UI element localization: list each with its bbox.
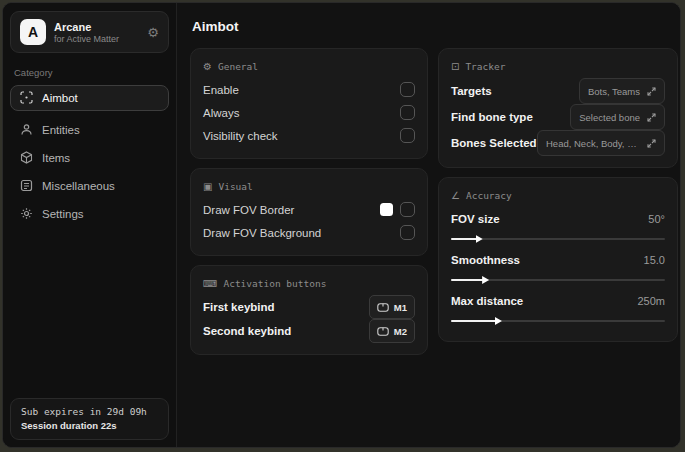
smoothness-slider-group: Smoothness 15.0 — [451, 248, 665, 281]
setting-label: First keybind — [203, 301, 275, 313]
sidebar-nav: Aimbot Entities Items — [10, 85, 169, 227]
radar-icon: ⊡ — [451, 62, 459, 72]
activation-section-header: ⌨ Activation buttons — [203, 278, 415, 289]
session-duration-text: Session duration 22s — [21, 420, 158, 431]
max-distance-slider[interactable] — [451, 320, 665, 322]
sub-expires-text: Sub expires in 29d 09h — [21, 406, 158, 417]
keybind-value: M1 — [394, 302, 407, 313]
activation-card: ⌨ Activation buttons First keybind M1 — [190, 265, 428, 355]
sidebar-item-aimbot[interactable]: Aimbot — [10, 85, 169, 111]
always-checkbox[interactable] — [400, 105, 415, 120]
slider-value: 250m — [637, 295, 665, 307]
setting-row-visibility-check: Visibility check — [203, 124, 415, 147]
slider-thumb[interactable] — [482, 276, 489, 284]
setting-label: Targets — [451, 85, 492, 97]
slider-thumb[interactable] — [495, 317, 502, 325]
section-title: Activation buttons — [223, 278, 326, 289]
draw-fov-border-checkbox[interactable] — [400, 202, 415, 217]
setting-label: Find bone type — [451, 111, 533, 123]
setting-label: Draw FOV Background — [203, 227, 321, 239]
section-title: Visual — [218, 181, 252, 192]
slider-value: 50° — [648, 213, 665, 225]
draw-fov-background-checkbox[interactable] — [400, 225, 415, 240]
expand-icon — [647, 108, 656, 126]
sidebar-item-miscellaneous[interactable]: Miscellaneous — [10, 173, 169, 199]
subscription-card: Sub expires in 29d 09h Session duration … — [10, 398, 169, 440]
app-name: Arcane — [54, 21, 119, 33]
gear-icon[interactable]: ⚙ — [147, 26, 159, 39]
smoothness-slider[interactable] — [451, 279, 665, 281]
page-title: Aimbot — [192, 19, 678, 34]
bones-selected-dropdown[interactable]: Head, Neck, Body, Pe.. — [537, 130, 665, 156]
app-subtitle: for Active Matter — [54, 34, 119, 44]
brand-text: Arcane for Active Matter — [54, 21, 119, 44]
angle-icon: ∠ — [451, 191, 460, 201]
sidebar-item-settings[interactable]: Settings — [10, 201, 169, 227]
setting-row-first-keybind: First keybind M1 — [203, 295, 415, 319]
gear-icon: ⚙ — [203, 62, 212, 72]
sidebar-item-label: Entities — [42, 124, 80, 136]
second-keybind-button[interactable]: M2 — [369, 319, 415, 343]
color-swatch[interactable] — [380, 203, 393, 216]
keyboard-icon: ⌨ — [203, 279, 217, 289]
sidebar-item-entities[interactable]: Entities — [10, 117, 169, 143]
mouse-icon — [377, 322, 389, 340]
main-content: Aimbot ⚙ General Enable Always — [177, 3, 681, 447]
brand-card: A Arcane for Active Matter ⚙ — [10, 11, 169, 53]
visual-section-header: ▣ Visual — [203, 181, 415, 192]
dropdown-value: Head, Neck, Body, Pe.. — [546, 138, 640, 149]
setting-row-draw-fov-background: Draw FOV Background — [203, 221, 415, 244]
max-distance-slider-group: Max distance 250m — [451, 289, 665, 322]
sidebar-item-label: Miscellaneous — [42, 180, 115, 192]
general-card: ⚙ General Enable Always Visibility check — [190, 48, 428, 159]
section-title: Tracker — [465, 61, 505, 72]
enable-checkbox[interactable] — [400, 82, 415, 97]
visibility-check-checkbox[interactable] — [400, 128, 415, 143]
setting-row-always: Always — [203, 101, 415, 124]
setting-row-targets: Targets Bots, Teams — [451, 78, 665, 104]
tracker-section-header: ⊡ Tracker — [451, 61, 665, 72]
sidebar-item-label: Items — [42, 152, 70, 164]
fov-size-slider[interactable] — [451, 238, 665, 240]
dropdown-value: Bots, Teams — [588, 86, 640, 97]
tracker-card: ⊡ Tracker Targets Bots, Teams — [438, 48, 678, 168]
targets-dropdown[interactable]: Bots, Teams — [579, 78, 665, 104]
visual-card: ▣ Visual Draw FOV Border Draw FOV Backgr… — [190, 168, 428, 256]
person-icon — [20, 123, 33, 138]
general-section-header: ⚙ General — [203, 61, 415, 72]
setting-row-second-keybind: Second keybind M2 — [203, 319, 415, 343]
fov-size-slider-group: FOV size 50° — [451, 207, 665, 240]
cube-icon — [20, 151, 33, 166]
slider-value: 15.0 — [644, 254, 665, 266]
accuracy-card: ∠ Accuracy FOV size 50° — [438, 177, 678, 342]
setting-row-find-bone-type: Find bone type Selected bone — [451, 104, 665, 130]
setting-label: Draw FOV Border — [203, 204, 294, 216]
list-icon — [20, 179, 33, 194]
dropdown-value: Selected bone — [579, 112, 640, 123]
crosshair-scan-icon — [20, 91, 33, 106]
setting-label: Bones Selected — [451, 137, 537, 149]
find-bone-type-dropdown[interactable]: Selected bone — [570, 104, 665, 130]
expand-icon — [647, 134, 656, 152]
sidebar-item-label: Aimbot — [42, 92, 78, 104]
slider-label: Smoothness — [451, 254, 520, 266]
setting-row-bones-selected: Bones Selected Head, Neck, Body, Pe.. — [451, 130, 665, 156]
setting-row-enable: Enable — [203, 78, 415, 101]
category-label: Category — [14, 67, 165, 78]
section-title: General — [218, 61, 258, 72]
slider-label: Max distance — [451, 295, 523, 307]
keybind-value: M2 — [394, 326, 407, 337]
mouse-icon — [377, 298, 389, 316]
first-keybind-button[interactable]: M1 — [369, 295, 415, 319]
section-title: Accuracy — [466, 190, 512, 201]
setting-label: Enable — [203, 84, 239, 96]
expand-icon — [647, 82, 656, 100]
setting-label: Visibility check — [203, 130, 278, 142]
sidebar-item-items[interactable]: Items — [10, 145, 169, 171]
sidebar: A Arcane for Active Matter ⚙ Category Ai… — [3, 3, 177, 447]
slider-thumb[interactable] — [476, 235, 483, 243]
gear-icon — [20, 207, 33, 222]
setting-label: Second keybind — [203, 325, 291, 337]
app-logo: A — [20, 19, 46, 45]
app-window: A Arcane for Active Matter ⚙ Category Ai… — [2, 2, 681, 448]
